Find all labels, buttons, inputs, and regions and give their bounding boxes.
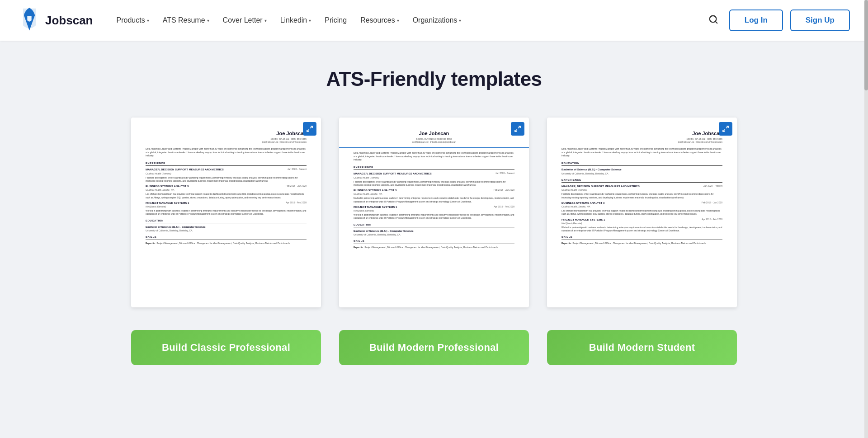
jobscan-logo-icon <box>18 7 41 34</box>
scrollbar-thumb[interactable] <box>864 0 868 90</box>
chevron-down-icon: ▾ <box>207 18 209 23</box>
resume-preview-student: Joe Jobscan Seattle, WA 98101 | (555) 55… <box>547 118 737 259</box>
resume-preview-classic: Joe Jobscan Seattle, WA 98101 | (555) 55… <box>131 118 321 259</box>
resume-preview-modern: Joe Jobscan Seattle, WA 98101 | (555) 55… <box>339 118 529 264</box>
chevron-down-icon: ▾ <box>264 18 267 23</box>
nav-organizations[interactable]: Organizations ▾ <box>407 13 467 28</box>
nav-linkedin[interactable]: Linkedin ▾ <box>275 13 317 28</box>
nav-ats-resume[interactable]: ATS Resume ▾ <box>157 13 215 28</box>
logo[interactable]: Jobscan <box>18 7 93 34</box>
nav-links: Products ▾ ATS Resume ▾ Cover Letter ▾ L… <box>111 13 705 28</box>
expand-icon <box>722 125 729 132</box>
main-content: ATS-Friendly templates Joe Jobscan Seatt… <box>0 41 868 401</box>
templates-grid: Joe Jobscan Seattle, WA 98101 | (555) 55… <box>27 118 841 307</box>
nav-resources[interactable]: Resources ▾ <box>355 13 404 28</box>
template-card-student: Joe Jobscan Seattle, WA 98101 | (555) 55… <box>547 118 737 307</box>
build-student-button[interactable]: Build Modern Student <box>547 330 737 365</box>
build-classic-button[interactable]: Build Classic Professional <box>131 330 321 365</box>
scrollbar[interactable] <box>864 0 868 438</box>
search-button[interactable] <box>705 11 722 30</box>
resume-header-classic: Joe Jobscan Seattle, WA 98101 | (555) 55… <box>146 130 307 144</box>
expand-icon <box>306 125 313 132</box>
expand-button-modern[interactable] <box>511 122 524 136</box>
expand-button-classic[interactable] <box>303 122 316 136</box>
signup-button[interactable]: Sign Up <box>790 9 850 31</box>
nav-pricing[interactable]: Pricing <box>319 13 352 28</box>
nav-cover-letter[interactable]: Cover Letter ▾ <box>217 13 272 28</box>
expand-button-student[interactable] <box>719 122 732 136</box>
chevron-down-icon: ▾ <box>147 18 149 23</box>
chevron-down-icon: ▾ <box>459 18 461 23</box>
logo-text: Jobscan <box>45 14 93 28</box>
page-title: ATS-Friendly templates <box>27 68 841 90</box>
chevron-down-icon: ▾ <box>309 18 311 23</box>
template-card-classic: Joe Jobscan Seattle, WA 98101 | (555) 55… <box>131 118 321 307</box>
build-modern-button[interactable]: Build Modern Professional <box>339 330 529 365</box>
login-button[interactable]: Log In <box>729 9 783 31</box>
nav-actions: Log In Sign Up <box>705 9 850 31</box>
expand-icon <box>514 125 521 132</box>
nav-products[interactable]: Products ▾ <box>111 13 155 28</box>
chevron-down-icon: ▾ <box>397 18 399 23</box>
build-buttons: Build Classic Professional Build Modern … <box>27 330 841 365</box>
svg-line-1 <box>715 21 717 23</box>
template-card-modern: Joe Jobscan Seattle, WA 98101 | (555) 55… <box>339 118 529 307</box>
navbar: Jobscan Products ▾ ATS Resume ▾ Cover Le… <box>0 0 868 41</box>
search-icon <box>708 14 718 24</box>
